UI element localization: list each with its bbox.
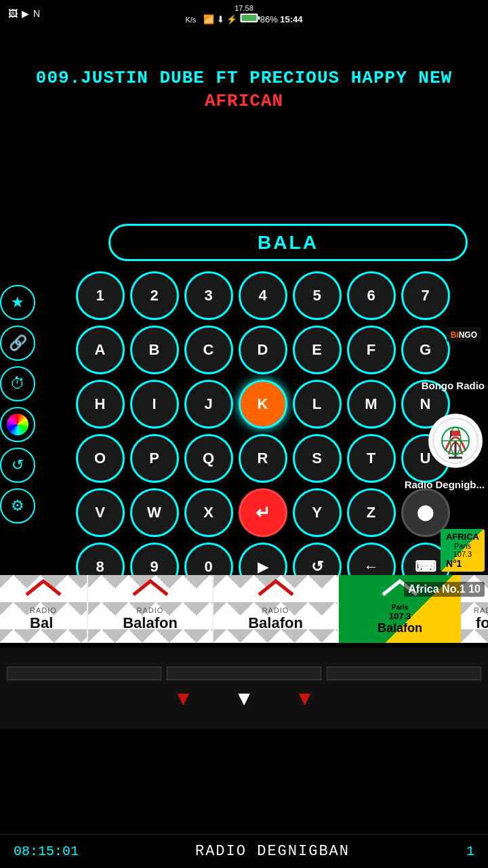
music-icon: ▶ xyxy=(22,8,29,19)
africa-no10-label: Africa No.1 10 xyxy=(404,582,485,597)
station-label-2: Radio xyxy=(123,606,178,614)
key-6[interactable]: 6 xyxy=(347,271,396,320)
key-row-ag: A B C D E F G xyxy=(44,326,481,374)
download-icon: ⬇ xyxy=(217,14,224,24)
key-2[interactable]: 2 xyxy=(130,271,179,320)
keyboard-area: 1 2 3 4 5 6 7 A B C D E F G H I J K L M … xyxy=(44,271,481,597)
key-x[interactable]: X xyxy=(184,488,233,537)
status-left: 🖼 ▶ N xyxy=(8,8,40,19)
chevron-up-3 xyxy=(256,578,296,598)
bongo-badge: BiNGO xyxy=(447,327,481,342)
key-3[interactable]: 3 xyxy=(184,271,233,320)
key-z[interactable]: Z xyxy=(347,488,396,537)
bottom-end-char: 1 xyxy=(466,844,474,859)
africa-card-paris: Paris xyxy=(378,604,422,611)
station-card-1[interactable]: Radio Bal xyxy=(0,575,88,643)
bongo-badge-text: BiNGO xyxy=(451,330,477,340)
chevron-up-1 xyxy=(23,578,64,598)
key-e[interactable]: E xyxy=(293,326,342,374)
key-p[interactable]: P xyxy=(130,434,179,483)
sidebar-refresh[interactable]: ↺ xyxy=(0,448,35,483)
key-c[interactable]: C xyxy=(184,326,233,374)
station-name-5: fon xyxy=(474,614,488,632)
bottom-time: 08:15:01 xyxy=(14,844,79,859)
key-d[interactable]: D xyxy=(239,326,287,374)
status-time: 15:44 xyxy=(280,14,302,24)
key-j[interactable]: J xyxy=(184,380,233,429)
sidebar-share[interactable]: 🔗 xyxy=(0,326,35,361)
progress-seg-2 xyxy=(167,667,321,680)
left-sidebar: ★ 🔗 ⏱ ↺ ⚙ xyxy=(0,285,35,524)
radio-degnigban-label: Radio Degnigb... xyxy=(405,479,485,490)
scroll-area: ▼ ▼ ▼ xyxy=(0,648,488,729)
chevron-up-2 xyxy=(130,578,171,598)
chevron-down-3: ▼ xyxy=(295,687,315,710)
key-t[interactable]: T xyxy=(347,434,396,483)
key-w[interactable]: W xyxy=(130,488,179,537)
progress-bars-row xyxy=(0,667,488,680)
key-7[interactable]: 7 xyxy=(401,271,450,320)
key-r[interactable]: R xyxy=(239,434,287,483)
bongo-radio-label: Bongo Radio xyxy=(422,380,485,391)
status-bar: 🖼 ▶ N 17.58 K/s 📶 ⬇ ⚡ 86% 15:44 xyxy=(0,0,488,27)
battery-pct: 86% xyxy=(260,14,278,24)
africa-card-freq: 107.3 xyxy=(378,611,422,621)
key-o[interactable]: O xyxy=(76,434,125,483)
station-label-5: Radio xyxy=(474,606,488,614)
radio-circle-icon xyxy=(428,414,483,468)
bottom-bar: 08:15:01 RADIO DEGNIGBAN 1 xyxy=(0,834,488,868)
key-row-numbers: 1 2 3 4 5 6 7 xyxy=(44,271,481,320)
africa-badge: AFRICA Paris107.3 N°1 xyxy=(441,529,485,572)
color-wheel-icon xyxy=(7,414,28,435)
sidebar-star[interactable]: ★ xyxy=(0,285,35,320)
station-label-3: Radio xyxy=(248,606,303,614)
station-name-3: Balafon xyxy=(248,614,303,632)
sidebar-color[interactable] xyxy=(0,407,35,442)
key-b[interactable]: B xyxy=(130,326,179,374)
key-q[interactable]: Q xyxy=(184,434,233,483)
key-i[interactable]: I xyxy=(130,380,179,429)
sidebar-settings[interactable]: ⚙ xyxy=(0,488,35,524)
chevron-down-1: ▼ xyxy=(173,687,193,710)
search-bar-text: BALA xyxy=(258,232,319,254)
station-card-2[interactable]: Radio Balafon xyxy=(88,575,214,643)
africa-badge-text: AFRICA xyxy=(446,532,479,542)
photo-icon: 🖼 xyxy=(8,8,18,19)
key-g[interactable]: G xyxy=(401,326,450,374)
radio-signal-icon xyxy=(432,417,479,465)
africa-paris-text: Paris107.3 xyxy=(446,542,479,558)
progress-seg-1 xyxy=(7,667,161,680)
song-line2: AFRICAN xyxy=(14,91,474,111)
key-1[interactable]: 1 xyxy=(76,271,125,320)
key-row-hn: H I J K L M N xyxy=(44,380,481,429)
station-card-3[interactable]: Radio Balafon xyxy=(214,575,339,643)
wifi-icon: 📶 xyxy=(203,14,214,24)
status-center: 17.58 K/s 📶 ⬇ ⚡ 86% 15:44 xyxy=(185,3,302,24)
station-label-1: Radio xyxy=(30,606,57,614)
key-row-vz: V W X ↵ Y Z ⬤ xyxy=(44,488,481,537)
key-4[interactable]: 4 xyxy=(239,271,287,320)
key-row-ou: O P Q R S T U xyxy=(44,434,481,483)
search-bar[interactable]: BALA xyxy=(108,224,468,261)
key-enter[interactable]: ↵ xyxy=(239,488,287,537)
station-name-2: Balafon xyxy=(123,614,178,632)
bottom-station-name: RADIO DEGNIGBAN xyxy=(195,843,350,860)
progress-seg-3 xyxy=(327,667,481,680)
charge-icon: ⚡ xyxy=(226,14,237,24)
song-line1: 009.JUSTIN DUBE FT PRECIOUS HAPPY NEW xyxy=(14,68,474,88)
key-v[interactable]: V xyxy=(76,488,125,537)
key-y[interactable]: Y xyxy=(293,488,342,537)
key-h[interactable]: H xyxy=(76,380,125,429)
key-5[interactable]: 5 xyxy=(293,271,342,320)
key-s[interactable]: S xyxy=(293,434,342,483)
n-label: N xyxy=(33,8,40,19)
key-a[interactable]: A xyxy=(76,326,125,374)
key-m[interactable]: M xyxy=(347,380,396,429)
key-l[interactable]: L xyxy=(293,380,342,429)
chevrons-row: ▼ ▼ ▼ xyxy=(173,687,314,710)
svg-rect-6 xyxy=(451,431,460,436)
key-k[interactable]: K xyxy=(239,380,287,429)
extra-bottom xyxy=(0,732,488,834)
sidebar-history[interactable]: ⏱ xyxy=(0,366,35,401)
key-f[interactable]: F xyxy=(347,326,396,374)
